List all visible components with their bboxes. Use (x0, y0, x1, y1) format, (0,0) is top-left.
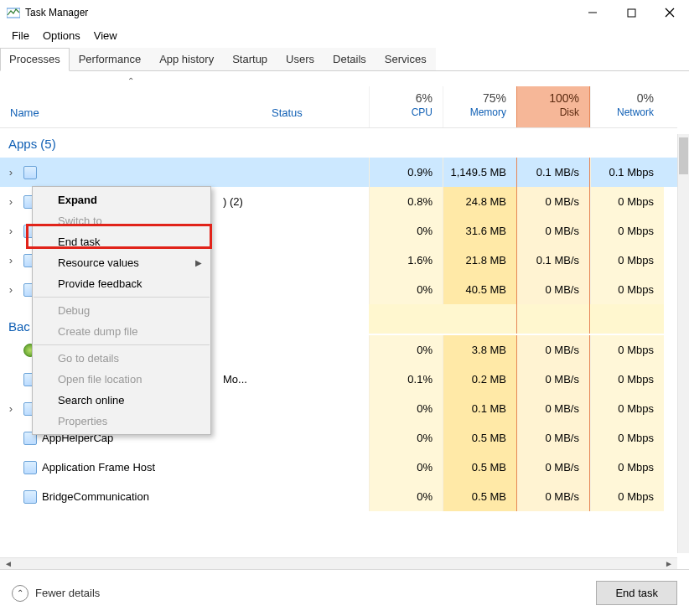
horizontal-scrollbar[interactable]: ◄ ► (0, 557, 677, 569)
fewer-details-toggle[interactable]: ⌃ Fewer details (12, 585, 100, 602)
expand-chevron-icon[interactable]: › (3, 283, 18, 296)
process-memory: 40.5 MB (443, 275, 516, 304)
process-memory: 0.5 MB (443, 482, 516, 511)
process-icon (23, 490, 37, 504)
column-disk[interactable]: 100% Disk (516, 86, 590, 127)
menu-file[interactable]: File (5, 27, 36, 44)
process-name: Application Frame Host (42, 461, 155, 474)
vertical-scrollbar[interactable] (677, 134, 689, 553)
process-disk: 0 MB/s (516, 423, 590, 453)
process-memory: 0.1 MB (443, 394, 516, 423)
process-network: 0 Mbps (590, 335, 664, 365)
process-name: ) (2) (223, 195, 243, 208)
column-cpu[interactable]: 6% CPU (369, 86, 443, 127)
process-row[interactable]: › 0.9% 1,149.5 MB 0.1 MB/s 0.1 Mbps (0, 158, 677, 187)
minimize-button[interactable] (573, 0, 612, 25)
process-disk: 0 MB/s (516, 216, 590, 246)
column-status[interactable]: Status (262, 86, 369, 127)
process-name: Mo... (223, 373, 247, 386)
process-row[interactable]: BridgeCommunication 0% 0.5 MB 0 MB/s 0 M… (0, 482, 677, 511)
column-disk-label: Disk (527, 106, 579, 118)
process-disk: 0 MB/s (516, 365, 590, 394)
group-apps-header[interactable]: Apps (5) (0, 128, 677, 158)
process-memory: 0.5 MB (443, 453, 516, 482)
process-cpu: 0.8% (369, 187, 443, 216)
process-disk: 0 MB/s (516, 275, 590, 304)
tab-users[interactable]: Users (277, 48, 324, 70)
tab-app-history[interactable]: App history (150, 48, 223, 70)
process-cpu: 0% (369, 335, 443, 365)
column-network-label: Network (601, 106, 654, 118)
process-disk: 0 MB/s (516, 482, 590, 511)
column-memory-label: Memory (453, 106, 506, 118)
ctx-resource-values-label: Resource values (58, 256, 139, 269)
process-network: 0 Mbps (590, 216, 664, 246)
ctx-search-online[interactable]: Search online (33, 390, 210, 411)
end-task-button[interactable]: End task (596, 581, 677, 605)
process-disk: 0 MB/s (516, 187, 590, 216)
tab-startup[interactable]: Startup (223, 48, 277, 70)
process-memory: 0.5 MB (443, 423, 516, 453)
ctx-provide-feedback[interactable]: Provide feedback (33, 273, 210, 294)
expand-chevron-icon[interactable]: › (3, 225, 18, 237)
window-title: Task Manager (25, 7, 88, 18)
process-cpu: 0% (369, 275, 443, 304)
tab-services[interactable]: Services (376, 48, 436, 70)
process-icon (23, 461, 37, 474)
process-memory: 21.8 MB (443, 246, 516, 275)
menu-view[interactable]: View (87, 27, 124, 44)
tab-bar: Processes Performance App history Startu… (0, 48, 689, 71)
submenu-arrow-icon: ▶ (195, 258, 202, 267)
ctx-properties: Properties (33, 411, 210, 432)
cpu-usage-pct: 6% (380, 91, 433, 105)
ctx-separator (34, 297, 210, 298)
process-cpu: 0% (369, 423, 443, 453)
scroll-left-arrow-icon[interactable]: ◄ (2, 559, 15, 568)
expand-chevron-icon[interactable]: › (3, 254, 18, 267)
tab-performance[interactable]: Performance (70, 48, 150, 70)
column-header: ⌃ Name Status 6% CPU 75% Memory 100% Dis… (0, 86, 677, 128)
column-status-label: Status (272, 106, 303, 119)
process-disk: 0.1 MB/s (516, 158, 590, 187)
process-row[interactable]: Application Frame Host 0% 0.5 MB 0 MB/s … (0, 453, 677, 482)
ctx-go-to-details: Go to details (33, 348, 210, 369)
process-memory: 24.8 MB (443, 187, 516, 216)
expand-chevron-icon[interactable]: › (3, 402, 18, 415)
process-cpu: 0.9% (369, 158, 443, 187)
process-memory: 3.8 MB (443, 335, 516, 365)
process-cpu: 0.1% (369, 365, 443, 394)
scroll-right-arrow-icon[interactable]: ► (662, 559, 676, 568)
process-cpu: 0% (369, 453, 443, 482)
column-cpu-label: CPU (380, 106, 433, 118)
process-memory: 31.6 MB (443, 216, 516, 246)
menu-bar: File Options View (0, 25, 689, 46)
process-cpu: 1.6% (369, 246, 443, 275)
expand-chevron-icon[interactable]: › (3, 166, 18, 179)
process-network: 0 Mbps (590, 187, 664, 216)
process-cpu: 0% (369, 394, 443, 423)
ctx-expand[interactable]: Expand (33, 189, 210, 210)
process-network: 0.1 Mbps (590, 158, 664, 187)
process-network: 0 Mbps (590, 423, 664, 453)
menu-options[interactable]: Options (36, 27, 87, 44)
column-name[interactable]: ⌃ Name (0, 86, 262, 127)
ctx-end-task[interactable]: End task (33, 231, 210, 252)
scrollbar-thumb[interactable] (679, 137, 688, 174)
ctx-resource-values[interactable]: Resource values ▶ (33, 252, 210, 273)
tab-processes[interactable]: Processes (0, 48, 70, 71)
column-network[interactable]: 0% Network (590, 86, 664, 127)
maximize-button[interactable] (612, 0, 650, 25)
close-button[interactable] (650, 0, 689, 25)
fewer-details-label: Fewer details (35, 587, 100, 599)
ctx-debug: Debug (33, 300, 210, 321)
title-bar: Task Manager (0, 0, 689, 25)
expand-chevron-icon[interactable]: › (3, 195, 18, 208)
ctx-create-dump: Create dump file (33, 321, 210, 342)
sort-indicator-icon: ⌃ (127, 76, 134, 85)
process-network: 0 Mbps (590, 453, 664, 482)
ctx-separator (34, 344, 210, 345)
column-memory[interactable]: 75% Memory (443, 86, 516, 127)
ctx-open-file-location: Open file location (33, 369, 210, 390)
disk-usage-pct: 100% (527, 91, 579, 105)
tab-details[interactable]: Details (324, 48, 376, 70)
